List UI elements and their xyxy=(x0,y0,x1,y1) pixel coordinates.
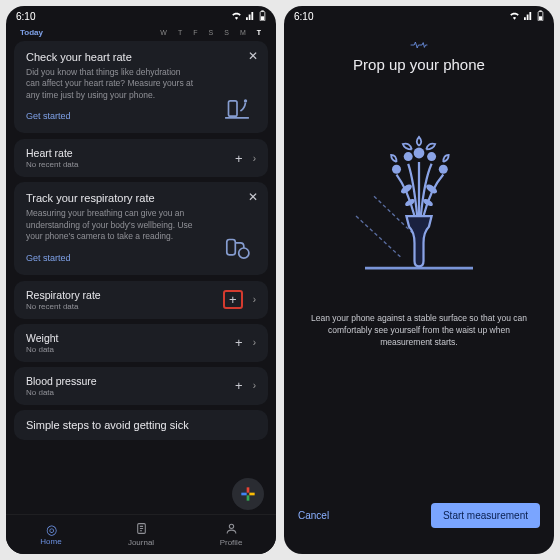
today-label: Today xyxy=(20,28,43,37)
chevron-right-icon: › xyxy=(253,153,256,164)
pulse-icon xyxy=(410,40,428,52)
home-icon: ◎ xyxy=(46,523,57,536)
svg-rect-5 xyxy=(227,239,236,254)
nav-journal[interactable]: Journal xyxy=(96,515,186,554)
add-icon[interactable]: + xyxy=(235,379,243,392)
plus-multicolor-icon xyxy=(240,486,256,502)
svg-rect-2 xyxy=(261,16,264,20)
start-measurement-button[interactable]: Start measurement xyxy=(431,503,540,528)
svg-rect-9 xyxy=(241,493,246,496)
page-title: Prop up your phone xyxy=(353,56,485,73)
nav-profile[interactable]: Profile xyxy=(186,515,276,554)
respiratory-rate-row[interactable]: Respiratory rate No recent data + › xyxy=(14,281,268,319)
date-strip: Today W T F S S M T xyxy=(14,26,268,41)
get-started-link[interactable]: Get started xyxy=(26,111,71,121)
add-icon: + xyxy=(229,293,237,306)
svg-rect-15 xyxy=(539,16,542,20)
respiratory-illustration-icon xyxy=(220,231,254,265)
nav-home[interactable]: ◎ Home xyxy=(6,515,96,554)
phone-left: 6:10 Today W T F S S M T xyxy=(6,6,276,554)
battery-icon xyxy=(259,10,266,23)
card-title: Check your heart rate xyxy=(26,51,256,63)
svg-point-19 xyxy=(404,152,413,161)
heart-rate-promo-card: Check your heart rate Did you know that … xyxy=(14,41,268,133)
weekday-row: W T F S S M T xyxy=(160,29,262,36)
signal-icon xyxy=(524,11,533,22)
weight-row[interactable]: Weight No data + › xyxy=(14,324,268,362)
card-title: Simple steps to avoid getting sick xyxy=(26,419,256,431)
card-title: Track your respiratory rate xyxy=(26,192,256,204)
status-time: 6:10 xyxy=(16,11,35,22)
svg-point-4 xyxy=(244,100,247,103)
cancel-button[interactable]: Cancel xyxy=(298,510,329,521)
svg-point-16 xyxy=(414,148,425,159)
close-icon[interactable]: ✕ xyxy=(248,190,258,204)
card-desc: Measuring your breathing can give you an… xyxy=(26,208,196,242)
status-bar: 6:10 xyxy=(284,6,554,26)
add-icon[interactable]: + xyxy=(235,336,243,349)
status-time: 6:10 xyxy=(294,11,313,22)
signal-icon xyxy=(246,11,255,22)
svg-rect-14 xyxy=(539,10,541,11)
svg-rect-10 xyxy=(249,493,254,496)
fab-add-button[interactable] xyxy=(232,478,264,510)
get-started-link[interactable]: Get started xyxy=(26,253,71,263)
svg-rect-8 xyxy=(247,495,250,500)
svg-point-12 xyxy=(229,524,233,528)
add-icon[interactable]: + xyxy=(235,152,243,165)
tips-card[interactable]: Simple steps to avoid getting sick xyxy=(14,410,268,440)
card-desc: Did you know that things like dehydratio… xyxy=(26,67,196,101)
chevron-right-icon: › xyxy=(253,294,256,305)
battery-icon xyxy=(537,10,544,23)
wifi-icon xyxy=(509,11,520,22)
status-bar: 6:10 xyxy=(6,6,276,26)
svg-rect-1 xyxy=(261,10,263,11)
svg-rect-3 xyxy=(229,101,238,116)
highlighted-add-button[interactable]: + xyxy=(223,290,243,309)
profile-icon xyxy=(225,522,238,537)
chevron-right-icon: › xyxy=(253,337,256,348)
phone-right: 6:10 Prop up your phone xyxy=(284,6,554,554)
svg-rect-7 xyxy=(247,487,250,492)
heart-rate-illustration-icon xyxy=(220,89,254,123)
chevron-right-icon: › xyxy=(253,380,256,391)
svg-point-17 xyxy=(392,165,401,174)
svg-point-20 xyxy=(427,152,436,161)
svg-point-18 xyxy=(439,165,448,174)
blood-pressure-row[interactable]: Blood pressure No data + › xyxy=(14,367,268,405)
journal-icon xyxy=(135,522,148,537)
instruction-text: Lean your phone against a stable surface… xyxy=(300,313,538,349)
close-icon[interactable]: ✕ xyxy=(248,49,258,63)
wifi-icon xyxy=(231,11,242,22)
bottom-nav: ◎ Home Journal Profile xyxy=(6,514,276,554)
vase-illustration-icon xyxy=(344,99,494,279)
svg-point-6 xyxy=(239,248,249,258)
heart-rate-row[interactable]: Heart rate No recent data + › xyxy=(14,139,268,177)
respiratory-promo-card: Track your respiratory rate Measuring yo… xyxy=(14,182,268,274)
